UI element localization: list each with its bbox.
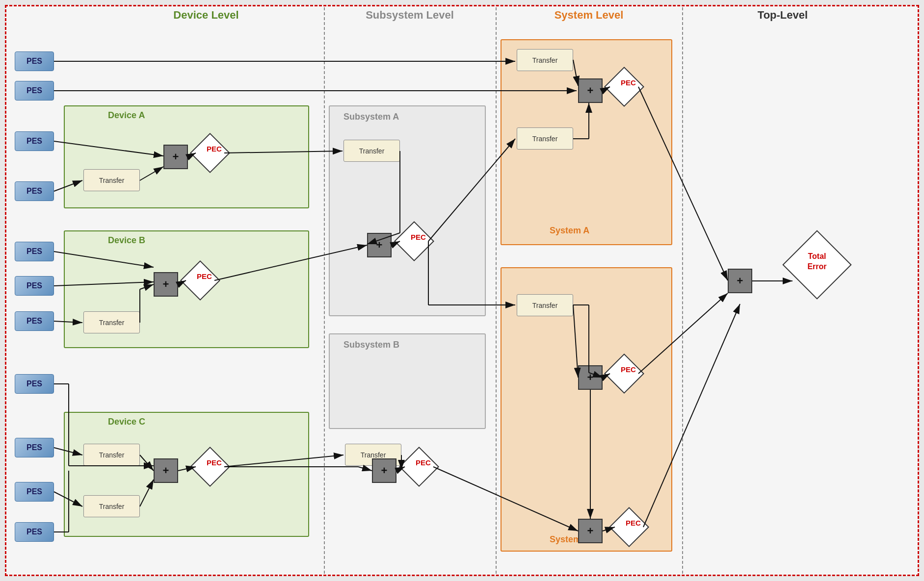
col-header-top-level: Top-Level <box>697 9 869 22</box>
pes-4: PES <box>15 181 54 201</box>
main-container: Device Level Subsystem Level System Leve… <box>0 0 924 581</box>
system-a-label: System A <box>550 226 589 236</box>
pec-label-top: PEC <box>621 78 636 87</box>
pes-7: PES <box>15 311 54 331</box>
pes-5: PES <box>15 242 54 261</box>
pec-label-sys-b-upper: PEC <box>621 365 636 374</box>
subsystem-a-label: Subsystem A <box>343 112 399 122</box>
transfer-dev-b: Transfer <box>83 311 140 333</box>
col-header-subsystem-level: Subsystem Level <box>324 9 496 22</box>
subsystem-b-label: Subsystem B <box>343 340 399 350</box>
divider-3 <box>682 7 683 574</box>
adder-sys-a-top: + <box>578 78 603 103</box>
pec-label-dev-c: PEC <box>207 458 222 467</box>
col-header-device-level: Device Level <box>88 9 324 22</box>
subsystem-a-box <box>329 105 486 316</box>
device-c-box <box>64 412 309 537</box>
pes-2: PES <box>15 81 54 101</box>
pec-label-sys-b-lower: PEC <box>626 519 641 527</box>
pes-1: PES <box>15 51 54 71</box>
pes-10: PES <box>15 482 54 502</box>
adder-dev-b: + <box>154 272 178 297</box>
device-a-label: Device A <box>108 110 145 121</box>
adder-subsys-b: + <box>372 458 396 483</box>
adder-total: + <box>728 269 752 293</box>
transfer-dev-c-1: Transfer <box>83 444 140 466</box>
pes-3: PES <box>15 131 54 151</box>
transfer-sys-a-top: Transfer <box>517 49 573 71</box>
pes-9: PES <box>15 438 54 457</box>
transfer-sys-a-lower: Transfer <box>517 127 573 150</box>
pec-label-subsys-b: PEC <box>416 458 431 467</box>
adder-sys-b-lower: + <box>578 519 603 543</box>
divider-1 <box>324 7 325 574</box>
device-c-label: Device C <box>108 417 145 427</box>
pec-label-dev-b: PEC <box>197 272 212 280</box>
divider-2 <box>496 7 497 574</box>
adder-dev-a: + <box>163 145 188 169</box>
total-error-label: TotalError <box>797 252 837 272</box>
transfer-subsys-a: Transfer <box>343 140 400 162</box>
adder-sys-b-upper: + <box>578 365 603 390</box>
transfer-dev-a: Transfer <box>83 169 140 191</box>
transfer-sys-b: Transfer <box>517 294 573 316</box>
col-header-system-level: System Level <box>496 9 682 22</box>
device-b-label: Device B <box>108 235 145 246</box>
pes-8: PES <box>15 374 54 394</box>
adder-subsys-a: + <box>367 233 392 257</box>
transfer-dev-c-2: Transfer <box>83 495 140 517</box>
adder-dev-c: + <box>154 458 178 483</box>
pec-label-subsys-a: PEC <box>411 233 426 241</box>
pec-label-dev-a: PEC <box>207 145 222 153</box>
pes-6: PES <box>15 276 54 296</box>
pes-11: PES <box>15 522 54 542</box>
